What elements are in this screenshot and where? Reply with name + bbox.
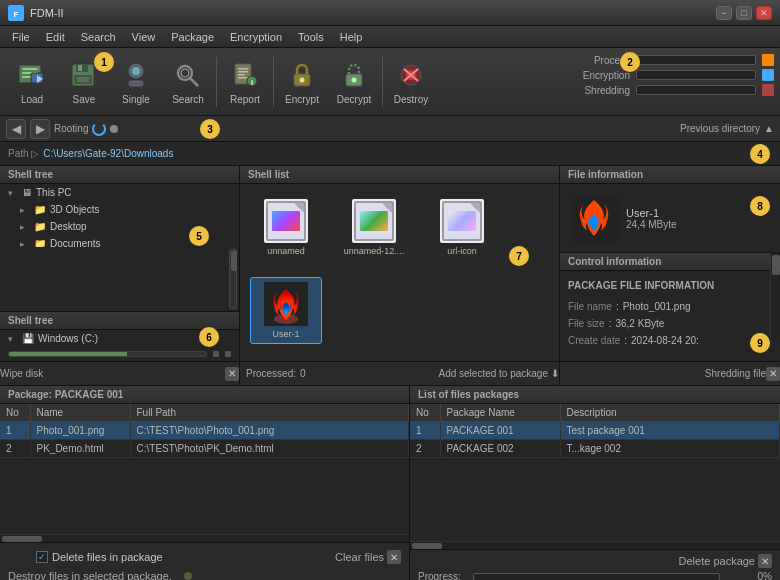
- rooting-label: Rooting: [54, 123, 88, 134]
- file-item-unnamed12[interactable]: unnamed-12....: [338, 194, 410, 261]
- tree-label-documents: Documents: [50, 238, 101, 247]
- clear-close-icon[interactable]: ✕: [387, 550, 401, 564]
- menu-tools[interactable]: Tools: [290, 29, 332, 45]
- table-row[interactable]: 1 Photo_001.png C:\TEST\Photo\Photo_001.…: [0, 422, 409, 440]
- minimize-button[interactable]: −: [716, 6, 732, 20]
- path-label: Path ▷: [8, 148, 39, 159]
- load-icon: [16, 59, 48, 91]
- svg-point-27: [300, 77, 305, 82]
- list-row2-name: PACKAGE 002: [440, 440, 560, 458]
- wipe-disk-row: Wipe disk ✕: [0, 361, 239, 385]
- create-date-label: Create date: [568, 332, 620, 349]
- row1-no: 1: [0, 422, 30, 440]
- wipe-close-button[interactable]: ✕: [225, 367, 239, 381]
- report-button[interactable]: i Report: [219, 53, 271, 111]
- pkg-file-info: PACKAGE FILE INFORMATION File name : Pho…: [560, 271, 780, 355]
- svg-point-16: [178, 66, 192, 80]
- col-name-header: Name: [30, 404, 130, 422]
- menu-search[interactable]: Search: [73, 29, 124, 45]
- prev-dir-button[interactable]: Previous directory ▲: [680, 123, 774, 134]
- list-row[interactable]: 1 PACKAGE 001 Test package 001: [410, 422, 780, 440]
- destroy-label: Destroy files in selected package.: [8, 570, 172, 580]
- single-icon: [120, 59, 152, 91]
- delete-pkg-icon[interactable]: ✕: [758, 554, 772, 568]
- load-button[interactable]: Load: [6, 53, 58, 111]
- add-to-package-label: Add selected to package: [438, 368, 548, 379]
- expand-icon: ▾: [8, 334, 18, 344]
- shell-tree-scroll[interactable]: ▾ 🖥 This PC ▸ 📁 3D Objects ▸ 📁 Desktop: [0, 184, 239, 247]
- tree-item-3d[interactable]: ▸ 📁 3D Objects: [0, 201, 239, 218]
- file-item-url-icon[interactable]: url-icon: [426, 194, 498, 261]
- menu-view[interactable]: View: [124, 29, 164, 45]
- single-button[interactable]: Single: [110, 53, 162, 111]
- add-to-package-button[interactable]: Add selected to package ⬇: [438, 368, 559, 379]
- maximize-button[interactable]: □: [736, 6, 752, 20]
- menu-file[interactable]: File: [4, 29, 38, 45]
- wipe-disk-label: Wipe disk: [0, 368, 43, 379]
- close-button[interactable]: ✕: [756, 6, 772, 20]
- toolbar: 1 2 Load: [0, 48, 780, 116]
- col-path-header: Full Path: [130, 404, 409, 422]
- progress-row: Progress: 0%: [418, 571, 772, 580]
- tree-item-desktop[interactable]: ▸ 📁 Desktop: [0, 218, 239, 235]
- delete-pkg-label: Delete package: [679, 555, 755, 567]
- list-col-no: No: [410, 404, 440, 422]
- drive-icon: 💾: [22, 333, 34, 344]
- encryption-bar: [636, 70, 756, 80]
- svg-rect-3: [22, 68, 38, 70]
- list-row1-no: 1: [410, 422, 440, 440]
- back-button[interactable]: ◀: [6, 119, 26, 139]
- file-thumb-user1: [264, 282, 308, 326]
- shredding-close-button[interactable]: ✕: [766, 367, 780, 381]
- save-button[interactable]: Save: [58, 53, 110, 111]
- table-row[interactable]: 2 PK_Demo.html C:\TEST\Photo\PK_Demo.htm…: [0, 440, 409, 458]
- navbar: 3 ◀ ▶ Rooting Previous directory ▲: [0, 116, 780, 142]
- file-item-user1[interactable]: User-1: [250, 277, 322, 344]
- search-label: Search: [172, 94, 204, 105]
- expand-icon: ▾: [8, 188, 18, 198]
- menu-help[interactable]: Help: [332, 29, 371, 45]
- list-row2-desc: T...kage 002: [560, 440, 780, 458]
- list-table-scroll[interactable]: No Package Name Description 1 PACKAGE 00…: [410, 404, 780, 541]
- delete-files-check[interactable]: [36, 551, 48, 563]
- list-col-desc: Description: [560, 404, 780, 422]
- pc-icon: 🖥: [22, 187, 32, 198]
- search-button[interactable]: Search: [162, 53, 214, 111]
- list-row[interactable]: 2 PACKAGE 002 T...kage 002: [410, 440, 780, 458]
- file-item-unnamed[interactable]: unnamed: [250, 194, 322, 261]
- tree-label-this-pc: This PC: [36, 187, 72, 198]
- window-controls: − □ ✕: [716, 6, 772, 20]
- shredding-label: Shredding: [584, 85, 630, 96]
- tree-item-documents[interactable]: ▸ 📁 Documents: [0, 235, 239, 247]
- path-value: C:\Users\Gate-92\Downloads: [43, 148, 173, 159]
- pkg-table-scroll[interactable]: No Name Full Path 1 Photo_001.png C:\TES…: [0, 404, 409, 534]
- menu-edit[interactable]: Edit: [38, 29, 73, 45]
- file-name-unnamed: unnamed: [267, 246, 305, 256]
- file-thumb-unnamed: [264, 199, 308, 243]
- app-icon: F: [8, 5, 24, 21]
- clear-files-button[interactable]: Clear files ✕: [335, 550, 401, 564]
- menu-encryption[interactable]: Encryption: [222, 29, 290, 45]
- svg-point-29: [352, 77, 357, 82]
- file-info-name: User-1: [626, 207, 677, 219]
- decrypt-button[interactable]: Decrypt: [328, 53, 380, 111]
- tree-item-this-pc[interactable]: ▾ 🖥 This PC: [0, 184, 239, 201]
- menu-package[interactable]: Package: [163, 29, 222, 45]
- expand-icon: ▸: [20, 222, 30, 232]
- file-grid[interactable]: unnamed unnamed-12....: [240, 184, 559, 361]
- destroy-button[interactable]: Destroy: [385, 53, 437, 111]
- svg-rect-23: [238, 77, 247, 79]
- file-info-details: User-1 24,4 MByte: [626, 207, 677, 230]
- svg-point-14: [132, 67, 140, 75]
- wipe-disk-button[interactable]: Wipe disk: [0, 368, 43, 379]
- shredding-file-button[interactable]: Shredding file: [705, 368, 766, 379]
- delete-files-checkbox[interactable]: Delete files in package: [36, 551, 163, 563]
- rooting-dot: [110, 125, 118, 133]
- forward-button[interactable]: ▶: [30, 119, 50, 139]
- prev-dir-chevron: ▲: [764, 123, 774, 134]
- tree-label-desktop: Desktop: [50, 221, 87, 232]
- encrypt-button[interactable]: Encrypt: [276, 53, 328, 111]
- svg-rect-12: [77, 77, 89, 82]
- delete-package-button[interactable]: Delete package ✕: [679, 554, 772, 568]
- tree-item-windows-c[interactable]: ▾ 💾 Windows (C:): [0, 330, 239, 347]
